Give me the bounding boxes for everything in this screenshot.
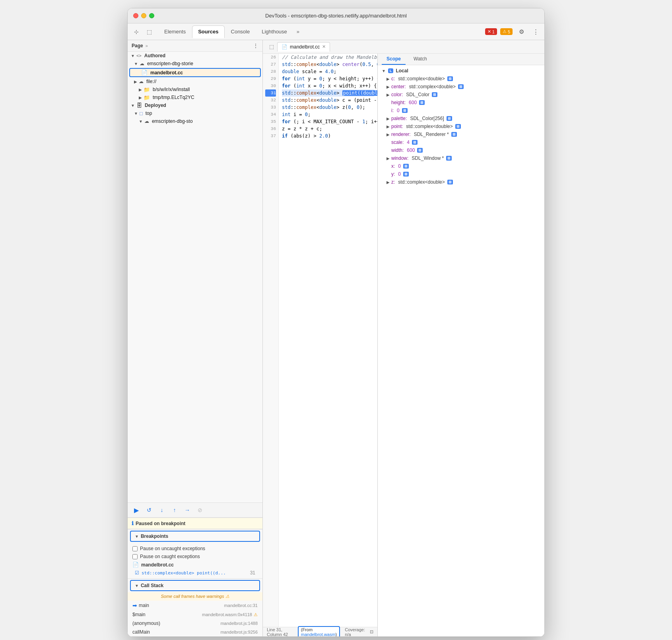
scope-item-renderer[interactable]: ▶ renderer: SDL_Renderer * ⊞	[378, 130, 544, 138]
prop-name: z:	[391, 179, 395, 185]
step-out-button[interactable]: ↑	[170, 505, 179, 515]
tab-watch[interactable]: Watch	[409, 54, 432, 65]
prop-name: window:	[391, 155, 408, 161]
tree-tmp-folder[interactable]: ▶ 📁 tmp/tmp.ELcTq2YC	[128, 93, 262, 101]
tree-file-protocol[interactable]: ▶ ☁ file://	[128, 78, 262, 85]
maximize-button[interactable]	[149, 13, 154, 18]
line-num-31[interactable]: 31	[265, 89, 276, 97]
pause-uncaught-checkbox[interactable]: Pause on uncaught exceptions	[128, 545, 262, 553]
bp-line-number: 31	[250, 570, 255, 576]
code-area[interactable]: 26 27 28 29 30 31 32 33 34 35 36 37	[263, 54, 377, 627]
scope-item-i: i: 0 ⊞	[378, 107, 544, 114]
expand-icon[interactable]: ▶	[386, 132, 390, 137]
code-line-32: std::complex<double> c = (point - center…	[282, 97, 374, 104]
step-button[interactable]: →	[183, 505, 192, 515]
close-button[interactable]	[133, 13, 138, 18]
breakpoints-header[interactable]: ▼ Breakpoints	[130, 531, 260, 542]
line-num-28[interactable]: 28	[265, 68, 276, 75]
minimize-button[interactable]	[141, 13, 146, 18]
line-num-35[interactable]: 35	[265, 118, 276, 125]
line-num-36[interactable]: 36	[265, 125, 276, 132]
tab-lighthouse[interactable]: Lighthouse	[256, 25, 293, 38]
tab-sources[interactable]: Sources	[192, 25, 224, 38]
info-icon: ℹ	[132, 520, 134, 526]
deactivate-breakpoints-button[interactable]: ⊘	[195, 505, 205, 515]
prop-name: height:	[391, 100, 406, 105]
page-panel-more[interactable]: »	[146, 43, 148, 48]
frame-location: mandelbrot.js:9256	[220, 630, 258, 634]
call-stack-header[interactable]: ▼ Call Stack	[130, 580, 260, 591]
tree-top[interactable]: ▼ □ top	[128, 109, 262, 117]
line-num-37[interactable]: 37	[265, 132, 276, 140]
scope-item-center[interactable]: ▶ center: std::complex<double> ⊞	[378, 83, 544, 91]
tree-deployed[interactable]: ▼ 🗄 Deployed	[128, 101, 262, 109]
code-line-28: double scale = 4.0;	[282, 68, 374, 75]
expand-icon[interactable]: ▶	[386, 85, 390, 89]
error-count: 1	[492, 29, 495, 34]
expand-icon[interactable]: ▶	[386, 180, 390, 184]
scope-item-window[interactable]: ▶ window: SDL_Window * ⊞	[378, 154, 544, 162]
resume-button[interactable]: ▶	[132, 505, 141, 515]
call-frame-main[interactable]: ➡ main mandelbrot.cc:31	[128, 601, 262, 610]
wasm-link[interactable]: mandelbrot.wasm	[301, 632, 336, 637]
step-into-button[interactable]: ↓	[157, 505, 167, 515]
settings-button[interactable]: ⚙	[516, 26, 527, 37]
scope-item-palette[interactable]: ▶ palette: SDL_Color[256] ⊞	[378, 114, 544, 122]
select-tool-icon[interactable]: ⊹	[131, 26, 142, 37]
call-frame-anonymous[interactable]: (anonymous) mandelbrot.js:1488	[128, 619, 262, 628]
expand-icon[interactable]: ▶	[386, 93, 390, 97]
paused-text: Paused on breakpoint	[136, 521, 185, 526]
tree-emscripten-authored[interactable]: ▼ ☁ emscripten-dbg-storie	[128, 60, 262, 68]
coverage-status: Coverage: n/a	[345, 627, 365, 637]
call-frame-smain[interactable]: $main mandelbrot.wasm:0x4118 ⚠	[128, 610, 262, 619]
tab-console[interactable]: Console	[225, 25, 256, 38]
inspect-icon[interactable]: ⬚	[144, 26, 155, 37]
file-protocol-label: file://	[146, 79, 156, 84]
pause-uncaught-input[interactable]	[132, 546, 138, 551]
line-num-33[interactable]: 33	[265, 104, 276, 111]
expand-icon[interactable]: ▶	[386, 156, 390, 161]
pause-caught-input[interactable]	[132, 554, 138, 559]
scope-item-c[interactable]: ▶ c: std::complex<double> ⊞	[378, 75, 544, 83]
scope-item-z[interactable]: ▶ z: std::complex<double> ⊞	[378, 178, 544, 186]
expand-icon[interactable]: ▶	[386, 77, 390, 81]
tab-scope[interactable]: Scope	[382, 54, 406, 65]
expand-icon[interactable]: ▶	[386, 124, 390, 129]
error-badge[interactable]: ✕ 1	[485, 28, 497, 35]
more-options-button[interactable]: ⋮	[530, 26, 541, 37]
arrow-icon: ➡	[132, 602, 137, 609]
expand-icon[interactable]: ▶	[386, 116, 390, 121]
tab-more[interactable]: »	[293, 27, 303, 36]
step-over-button[interactable]: ↺	[144, 505, 154, 515]
tab-elements[interactable]: Elements	[159, 25, 191, 38]
tab-close-button[interactable]: ✕	[322, 44, 326, 49]
prop-name: i:	[391, 108, 394, 113]
editor-nav-icon[interactable]: ⬚	[266, 41, 277, 52]
scope-local-section[interactable]: ▼ L Local	[378, 67, 544, 75]
type-icon: ⊞	[446, 156, 452, 161]
tree-authored[interactable]: ▼ <> Authored	[128, 52, 262, 60]
warning-badge[interactable]: ⚠ 5	[500, 28, 513, 35]
coverage-icon[interactable]: ⊡	[370, 629, 373, 634]
scope-item-color[interactable]: ▶ color: SDL_Color ⊞	[378, 91, 544, 99]
prop-value: std::complex<double>	[398, 76, 445, 81]
panel-action-icon[interactable]: ⋮	[253, 43, 258, 49]
file-tab-name: mandelbrot.cc	[290, 44, 320, 50]
editor-file-tab-mandelbrot[interactable]: 📄 mandelbrot.cc ✕	[277, 42, 330, 52]
frame-name: $main	[132, 612, 146, 617]
line-num-27[interactable]: 27	[265, 61, 276, 68]
breakpoint-entry[interactable]: ☑ std::complex<double> point((d... 31	[128, 569, 262, 577]
call-frame-callmain[interactable]: callMain mandelbrot.js:9256	[128, 628, 262, 636]
line-num-29[interactable]: 29	[265, 75, 276, 82]
scope-item-point[interactable]: ▶ point: std::complex<double> ⊞	[378, 122, 544, 130]
tree-emscripten-deployed[interactable]: ▼ ☁ emscripten-dbg-sto	[128, 117, 262, 125]
cloud-icon: ☁	[140, 61, 144, 66]
line-num-34[interactable]: 34	[265, 111, 276, 118]
code-line-37: if (abs(z) > 2.0)	[282, 132, 374, 140]
tree-install-folder[interactable]: ▶ 📁 b/s/w/ir/x/w/install	[128, 85, 262, 93]
line-num-26[interactable]: 26	[265, 54, 276, 61]
tree-file-mandelbrot-cc[interactable]: 📄 mandelbrot.cc	[129, 68, 261, 77]
line-num-30[interactable]: 30	[265, 82, 276, 89]
line-num-32[interactable]: 32	[265, 97, 276, 104]
pause-caught-checkbox[interactable]: Pause on caught exceptions	[128, 553, 262, 560]
